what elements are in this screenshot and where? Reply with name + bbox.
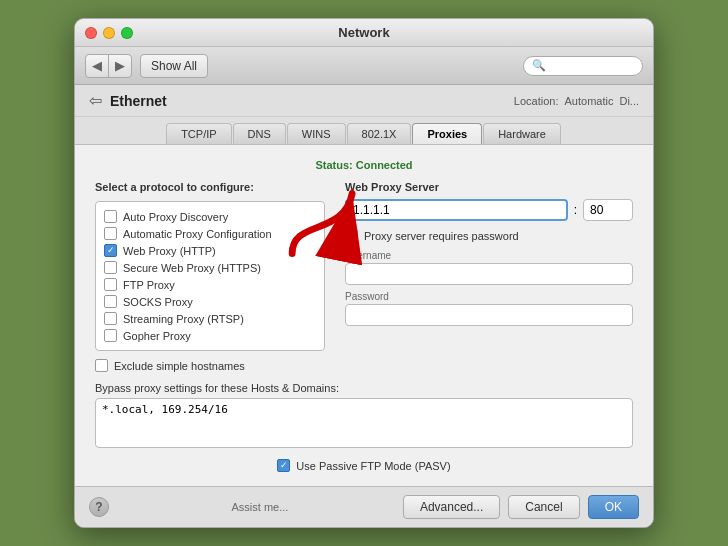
content-area: Status: Connected Select a protocol to c… (75, 145, 653, 486)
protocol-section-label: Select a protocol to configure: (95, 181, 325, 193)
protocol-label: Gopher Proxy (123, 330, 191, 342)
advanced-button[interactable]: Advanced... (403, 495, 500, 519)
close-button[interactable] (85, 27, 97, 39)
tab-8021x[interactable]: 802.1X (347, 123, 412, 144)
window-title: Network (338, 25, 389, 40)
protocol-label: Web Proxy (HTTP) (123, 245, 216, 257)
tab-dns[interactable]: DNS (233, 123, 286, 144)
toolbar: ◀ ▶ Show All 🔍 (75, 47, 653, 85)
protocol-label: Secure Web Proxy (HTTPS) (123, 262, 261, 274)
protocol-item: FTP Proxy (104, 276, 316, 293)
proxy-password-checkbox[interactable] (345, 229, 358, 242)
protocol-item: Automatic Proxy Configuration (104, 225, 316, 242)
proxy-password-row: Proxy server requires password (345, 229, 633, 242)
location-bar: ⇦ Ethernet Location: Automatic Di... (75, 85, 653, 117)
protocol-list: Auto Proxy DiscoveryAutomatic Proxy Conf… (95, 201, 325, 351)
show-all-button[interactable]: Show All (140, 54, 208, 78)
proxy-server-label: Web Proxy Server (345, 181, 633, 193)
status-bar: Status: Connected (95, 159, 633, 171)
proxy-port-input[interactable] (583, 199, 633, 221)
search-icon: 🔍 (532, 59, 546, 72)
traffic-lights (85, 27, 133, 39)
right-column: Web Proxy Server : Proxy server requires… (345, 181, 633, 372)
search-input[interactable] (550, 60, 630, 72)
exclude-label: Exclude simple hostnames (114, 360, 245, 372)
ok-button[interactable]: OK (588, 495, 639, 519)
bypass-textarea[interactable]: *.local, 169.254/16 (95, 398, 633, 448)
forward-button[interactable]: ▶ (109, 55, 131, 77)
footer-buttons: Advanced... Cancel OK (403, 495, 639, 519)
protocol-label: SOCKS Proxy (123, 296, 193, 308)
tab-tcpip[interactable]: TCP/IP (166, 123, 231, 144)
ethernet-icon: ⇦ (89, 91, 102, 110)
protocol-label: Automatic Proxy Configuration (123, 228, 272, 240)
protocol-checkbox[interactable] (104, 329, 117, 342)
protocol-checkbox[interactable] (104, 227, 117, 240)
passive-ftp-label: Use Passive FTP Mode (PASV) (296, 460, 450, 472)
status-text: Status: Connected (315, 159, 412, 171)
proxy-server-input[interactable] (345, 199, 568, 221)
exclude-row: Exclude simple hostnames (95, 359, 325, 372)
tab-hardware[interactable]: Hardware (483, 123, 561, 144)
protocol-label: Auto Proxy Discovery (123, 211, 228, 223)
footer: ? Assist me... Advanced... Cancel OK (75, 486, 653, 527)
protocol-checkbox[interactable] (104, 295, 117, 308)
location-controls: Location: Automatic Di... (514, 95, 639, 107)
location-value: Automatic (565, 95, 614, 107)
help-button[interactable]: ? (89, 497, 109, 517)
tab-proxies[interactable]: Proxies (412, 123, 482, 144)
protocol-item: Streaming Proxy (RTSP) (104, 310, 316, 327)
protocol-checkbox[interactable] (104, 278, 117, 291)
protocol-checkbox[interactable] (104, 210, 117, 223)
ethernet-label: Ethernet (110, 93, 167, 109)
proxy-server-row: : (345, 199, 633, 221)
port-colon: : (574, 203, 577, 217)
left-column: Select a protocol to configure: Auto Pro… (95, 181, 325, 372)
bypass-label: Bypass proxy settings for these Hosts & … (95, 382, 633, 394)
maximize-button[interactable] (121, 27, 133, 39)
password-row: Password (345, 291, 633, 326)
username-input[interactable] (345, 263, 633, 285)
protocol-item: Gopher Proxy (104, 327, 316, 344)
passive-ftp-checkbox[interactable] (277, 459, 290, 472)
password-label: Password (345, 291, 633, 302)
right-label: Di... (619, 95, 639, 107)
passive-ftp-row: Use Passive FTP Mode (PASV) (95, 459, 633, 472)
titlebar: Network (75, 19, 653, 47)
two-column-layout: Select a protocol to configure: Auto Pro… (95, 181, 633, 372)
protocol-item: Auto Proxy Discovery (104, 208, 316, 225)
protocol-label: Streaming Proxy (RTSP) (123, 313, 244, 325)
protocol-checkbox[interactable] (104, 244, 117, 257)
protocol-checkbox[interactable] (104, 261, 117, 274)
password-input[interactable] (345, 304, 633, 326)
exclude-checkbox[interactable] (95, 359, 108, 372)
cancel-button[interactable]: Cancel (508, 495, 579, 519)
location-label: Location: (514, 95, 559, 107)
username-label: Username (345, 250, 633, 261)
protocol-item: SOCKS Proxy (104, 293, 316, 310)
proxy-password-label: Proxy server requires password (364, 230, 519, 242)
back-button[interactable]: ◀ (86, 55, 109, 77)
protocol-item: Web Proxy (HTTP) (104, 242, 316, 259)
minimize-button[interactable] (103, 27, 115, 39)
username-row: Username (345, 250, 633, 285)
nav-arrows[interactable]: ◀ ▶ (85, 54, 132, 78)
assist-label: Assist me... (232, 501, 289, 513)
protocol-checkbox[interactable] (104, 312, 117, 325)
protocol-label: FTP Proxy (123, 279, 175, 291)
tabs: TCP/IP DNS WINS 802.1X Proxies Hardware (75, 117, 653, 145)
protocol-item: Secure Web Proxy (HTTPS) (104, 259, 316, 276)
tab-wins[interactable]: WINS (287, 123, 346, 144)
search-box: 🔍 (523, 56, 643, 76)
bypass-section: Bypass proxy settings for these Hosts & … (95, 382, 633, 451)
